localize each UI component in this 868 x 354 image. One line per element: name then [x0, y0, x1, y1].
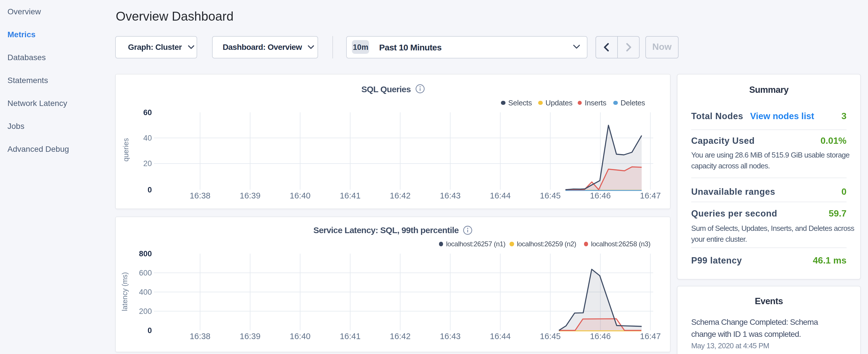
svg-text:16:38: 16:38 [190, 191, 211, 200]
svg-text:16:45: 16:45 [540, 332, 561, 341]
svg-text:0: 0 [148, 326, 152, 335]
svg-text:800: 800 [139, 250, 152, 258]
svg-text:16:44: 16:44 [490, 191, 511, 200]
svg-text:200: 200 [139, 307, 152, 316]
svg-text:16:39: 16:39 [240, 191, 261, 200]
svg-text:16:39: 16:39 [240, 332, 261, 341]
svg-text:0: 0 [148, 185, 152, 194]
svg-text:16:47: 16:47 [640, 332, 661, 341]
svg-text:16:41: 16:41 [340, 332, 361, 341]
svg-text:16:40: 16:40 [290, 332, 311, 341]
svg-text:16:46: 16:46 [590, 191, 611, 200]
svg-text:16:41: 16:41 [340, 191, 361, 200]
svg-text:16:42: 16:42 [390, 332, 411, 341]
svg-text:40: 40 [144, 134, 152, 142]
svg-text:16:38: 16:38 [190, 332, 211, 341]
svg-text:16:46: 16:46 [590, 332, 611, 341]
svg-text:16:42: 16:42 [390, 191, 411, 200]
svg-text:16:43: 16:43 [440, 191, 461, 200]
svg-text:16:44: 16:44 [490, 332, 511, 341]
svg-text:16:43: 16:43 [440, 332, 461, 341]
svg-text:600: 600 [139, 269, 152, 277]
svg-text:20: 20 [144, 159, 152, 168]
svg-text:queries: queries [122, 138, 130, 162]
svg-text:60: 60 [144, 108, 152, 117]
svg-text:16:47: 16:47 [640, 191, 661, 200]
svg-text:16:45: 16:45 [540, 191, 561, 200]
svg-text:16:40: 16:40 [290, 191, 311, 200]
svg-text:400: 400 [139, 288, 152, 296]
svg-text:latency (ms): latency (ms) [121, 272, 129, 311]
